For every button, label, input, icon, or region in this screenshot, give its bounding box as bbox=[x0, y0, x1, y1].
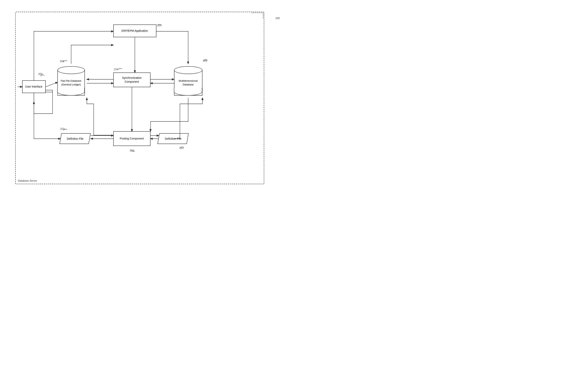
sync-label: Synchronization Component bbox=[115, 76, 149, 84]
flat-file-label: Flat File Database (General Ledger) bbox=[58, 74, 85, 92]
ref-214: 214 bbox=[157, 24, 162, 27]
ref-200-line bbox=[251, 13, 263, 18]
def-file-left: Definition File bbox=[59, 133, 91, 144]
ref-210: 210 bbox=[60, 127, 65, 130]
ref-202: 202 bbox=[39, 72, 43, 76]
def-file-right: Definition File bbox=[157, 133, 189, 144]
erp-epm-box: ERP/EPM Application bbox=[113, 24, 156, 37]
user-interface-box: User Interface bbox=[22, 80, 46, 93]
ref-204: 204 bbox=[130, 149, 134, 152]
ref-206: 206 bbox=[60, 60, 64, 63]
user-interface-label: User Interface bbox=[25, 85, 43, 89]
ref-212: 212 bbox=[180, 146, 184, 150]
outer-dashed-box: Database Server bbox=[15, 12, 264, 184]
diagram-page: Database Server 200 ERP/EPM Application … bbox=[10, 6, 284, 190]
cylinder-top-multidim bbox=[174, 66, 202, 74]
multidim-db-cylinder: Multidimensional Database bbox=[174, 64, 202, 98]
sync-component-box: Synchronization Component bbox=[113, 72, 151, 87]
multidim-label: Multidimensional Database bbox=[174, 74, 202, 92]
ref-216: 216 bbox=[114, 68, 118, 71]
cylinder-top-flat bbox=[58, 66, 85, 74]
erp-epm-label: ERP/EPM Application bbox=[122, 29, 148, 33]
posting-label: Posting Component bbox=[120, 137, 144, 141]
db-server-label: Database Server bbox=[18, 179, 37, 182]
ref-208: 208 bbox=[203, 59, 207, 62]
ref-200: 200 bbox=[276, 17, 280, 20]
posting-component-box: Posting Component bbox=[113, 131, 151, 146]
flat-file-db-cylinder: Flat File Database (General Ledger) bbox=[58, 64, 85, 98]
def-file-right-label: Definition File bbox=[165, 137, 181, 140]
def-file-left-label: Definition File bbox=[67, 137, 83, 140]
